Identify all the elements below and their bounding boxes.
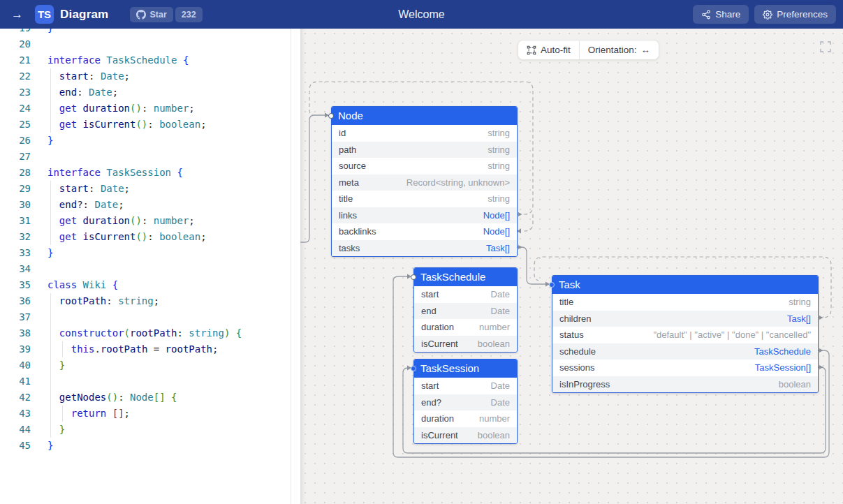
- entity-header[interactable]: Node: [332, 107, 517, 125]
- auto-fit-button[interactable]: Auto-fit: [518, 40, 579, 59]
- edge: [518, 247, 545, 284]
- code-line[interactable]: 33}: [0, 245, 291, 261]
- code-line[interactable]: 35class Wiki {: [0, 277, 291, 293]
- code-line[interactable]: 38 constructor(rootPath: string) {: [0, 325, 291, 341]
- diagram-canvas[interactable]: Auto-fit Orientation: ↔ Nodeidstringpath…: [300, 29, 843, 504]
- line-number: 41: [0, 373, 31, 390]
- code-token: end: [59, 87, 77, 98]
- line-number: 42: [0, 390, 31, 406]
- line-number: 43: [0, 406, 31, 422]
- code-token: [47, 183, 59, 194]
- entity-task[interactable]: TasktitlestringchildrenTask[]status"defa…: [552, 275, 819, 393]
- code-editor[interactable]: 19}2021interface TaskSchedule {22 start:…: [0, 29, 291, 504]
- code-line[interactable]: 19}: [0, 29, 291, 36]
- app-logo-text: Diagram: [60, 8, 108, 22]
- github-star-button[interactable]: Star: [130, 7, 173, 22]
- entity-node[interactable]: NodeidstringpathstringsourcestringmetaRe…: [331, 106, 518, 257]
- navbar: → TS Diagram Star 232 Welcome Share Pref…: [0, 0, 843, 29]
- indent-guide: [50, 229, 51, 245]
- code-token: ;: [112, 87, 118, 98]
- code-token: Date: [94, 199, 118, 210]
- code-token: :: [142, 215, 154, 226]
- line-number: 29: [0, 181, 31, 197]
- code-token: [47, 231, 59, 242]
- code-token: constructor: [59, 327, 124, 339]
- property-name: children: [559, 313, 592, 324]
- property-name: start: [421, 289, 439, 299]
- code-line[interactable]: 21interface TaskSchedule {: [0, 52, 291, 68]
- edge-source-port: [518, 245, 522, 249]
- property-name: tasks: [339, 243, 360, 253]
- star-label: Star: [149, 10, 166, 20]
- property-name: end?: [421, 397, 441, 408]
- code-token: getNodes: [59, 392, 106, 403]
- property-type: Date: [491, 397, 510, 408]
- code-line[interactable]: 44 }: [0, 422, 291, 438]
- code-line[interactable]: 29 start: Date;: [0, 181, 291, 197]
- code-token: class: [47, 279, 83, 290]
- property-type: string: [488, 128, 510, 138]
- code-token: get: [59, 231, 83, 242]
- code-token: :: [177, 327, 189, 339]
- back-arrow-icon[interactable]: →: [7, 6, 29, 23]
- code-line[interactable]: 40 }: [0, 357, 291, 373]
- share-button[interactable]: Share: [693, 5, 749, 24]
- entity-taskschedule[interactable]: TaskSchedulestartDateendDatedurationnumb…: [413, 267, 518, 353]
- code-line[interactable]: 23 end: Date;: [0, 84, 291, 101]
- line-number: 30: [0, 197, 31, 213]
- star-count[interactable]: 232: [175, 7, 203, 22]
- fullscreen-button[interactable]: [819, 40, 832, 53]
- code-line[interactable]: 26}: [0, 133, 291, 149]
- code-line[interactable]: 27: [0, 149, 291, 165]
- code-line[interactable]: 31 get duration(): number;: [0, 213, 291, 229]
- property-name: status: [559, 329, 584, 340]
- code-line[interactable]: 39 this.rootPath = rootPath;: [0, 341, 291, 357]
- code-line[interactable]: 20: [0, 36, 291, 52]
- code-line[interactable]: 37: [0, 309, 291, 325]
- code-token: duration: [83, 103, 130, 114]
- property-name: end: [421, 306, 437, 316]
- line-number: 23: [0, 84, 31, 101]
- code-line[interactable]: 24 get duration(): number;: [0, 101, 291, 117]
- code-token: ;: [200, 231, 206, 242]
- code-line[interactable]: 32 get isCurrent(): boolean;: [0, 229, 291, 245]
- code-line[interactable]: 42 getNodes(): Node[] {: [0, 390, 291, 406]
- edge-dashed: [522, 214, 533, 231]
- entity-row: titlestring: [332, 191, 517, 207]
- code-line[interactable]: 45}: [0, 438, 291, 454]
- editor-scrollbar[interactable]: [292, 29, 300, 504]
- code-line[interactable]: 34: [0, 261, 291, 277]
- code-token: {: [177, 167, 182, 178]
- entity-header[interactable]: TaskSchedule: [414, 268, 517, 286]
- code-token: number: [154, 103, 189, 114]
- code-line[interactable]: 43 return [];: [0, 406, 291, 422]
- code-line[interactable]: 25 get isCurrent(): boolean;: [0, 117, 291, 133]
- code-line[interactable]: 28interface TaskSession {: [0, 165, 291, 181]
- code-token: start: [59, 183, 89, 194]
- entity-header[interactable]: TaskSession: [414, 360, 517, 378]
- code-token: ;: [212, 343, 218, 355]
- code-token: [47, 408, 71, 419]
- code-token: this: [71, 343, 95, 355]
- property-name: backlinks: [339, 226, 376, 237]
- github-star-widget[interactable]: Star 232: [130, 7, 202, 22]
- code-token: }: [59, 360, 65, 371]
- preferences-button[interactable]: Preferences: [754, 5, 836, 24]
- entity-row: linksNode[]: [332, 207, 517, 224]
- line-number: 31: [0, 213, 31, 229]
- code-line[interactable]: 22 start: Date;: [0, 68, 291, 84]
- orientation-button[interactable]: Orientation: ↔: [580, 40, 659, 59]
- indent-guide: [50, 68, 51, 84]
- code-token: [47, 343, 71, 355]
- code-line[interactable]: 36 rootPath: string;: [0, 293, 291, 309]
- code-token: [47, 295, 59, 306]
- entity-tasksession[interactable]: TaskSessionstartDateend?Datedurationnumb…: [413, 359, 518, 444]
- entity-row: isCurrentboolean: [414, 427, 517, 444]
- entity-header[interactable]: Task: [552, 276, 818, 294]
- orientation-arrow-icon: ↔: [641, 45, 651, 55]
- code-token: :: [142, 103, 154, 114]
- code-token: :: [118, 392, 130, 403]
- code-line[interactable]: 41: [0, 373, 291, 390]
- line-number: 40: [0, 357, 31, 373]
- code-line[interactable]: 30 end?: Date;: [0, 197, 291, 213]
